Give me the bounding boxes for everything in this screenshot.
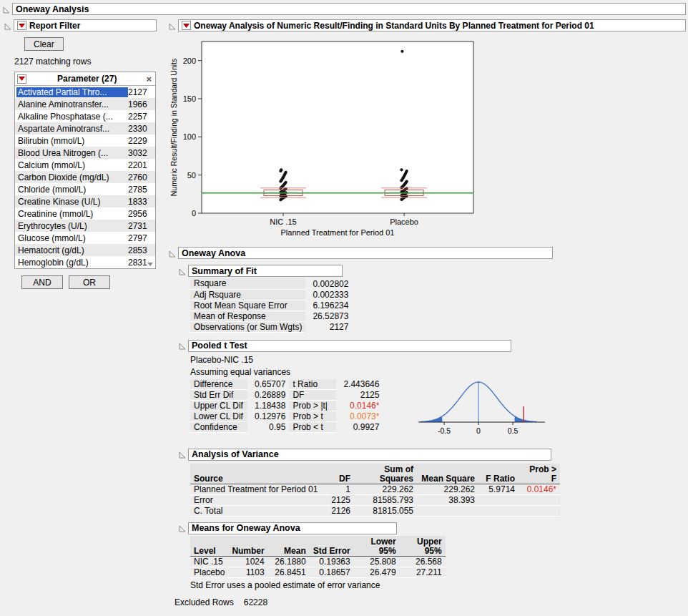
summary-of-fit-table: Rsquare0.002802 Adj Rsquare0.002333 Root… — [190, 278, 352, 333]
excluded-rows-label: Excluded Rows — [175, 597, 234, 607]
list-item[interactable]: Hematocrit (g/dL)2853 — [15, 244, 155, 256]
parameter-list-items: Activated Partial Thro...2127 Alanine Am… — [15, 86, 155, 268]
list-item-count: 2760 — [128, 172, 154, 182]
cell: 38.393 — [417, 494, 478, 505]
cell: 81585.793 — [354, 494, 417, 505]
stat-label: Lower CL Dif — [190, 411, 247, 422]
list-item[interactable]: Bilirubin (mmol/L)2229 — [15, 135, 155, 147]
list-item[interactable]: Activated Partial Thro...2127 — [15, 86, 155, 98]
cell: 27.211 — [400, 567, 446, 577]
cell: 26.8451 — [268, 567, 310, 577]
oneway-scatter-plot[interactable]: 050100150200Numeric Result/Finding in St… — [169, 34, 483, 243]
red-triangle-menu-icon[interactable] — [17, 74, 26, 84]
stat-label: Upper CL Dif — [190, 401, 247, 411]
scrollbar-down-arrow-icon[interactable] — [147, 263, 153, 266]
disclosure-triangle-icon[interactable] — [4, 22, 11, 29]
summary-of-fit-title-box: Summary of Fit — [188, 265, 343, 277]
disclosure-triangle-icon[interactable] — [179, 268, 186, 275]
oneway-analysis-title: Oneway Analysis of Numeric Result/Findin… — [194, 21, 594, 31]
stat-value: 26.52873 — [305, 311, 352, 321]
table-row: Rsquare0.002802 — [190, 278, 352, 289]
table-row: Lower CL Dif0.12976 Prob > t0.0073* — [190, 411, 383, 422]
stat-label: t Ratio — [289, 379, 336, 390]
stat-label: Observations (or Sum Wgts) — [190, 321, 305, 332]
cell-significant: 0.0146* — [519, 484, 560, 494]
disclosure-triangle-icon[interactable] — [179, 342, 186, 349]
column-header: Source — [190, 464, 323, 484]
clear-button[interactable]: Clear — [24, 37, 64, 51]
parameter-filter-list: Parameter (27) × Activated Partial Thro.… — [14, 72, 156, 269]
list-item[interactable]: Blood Urea Nitrogen (...3032 — [15, 147, 155, 159]
t-distribution-plot[interactable]: -0.500.5 — [416, 373, 548, 441]
stat-value: 0.12976 — [247, 411, 289, 422]
table-row: Mean of Response26.52873 — [190, 311, 352, 321]
close-icon[interactable]: × — [144, 74, 153, 84]
list-item[interactable]: Glucose (mmol/L)2797 — [15, 232, 155, 244]
list-item[interactable]: Alkaline Phosphatase (...2257 — [15, 110, 155, 122]
table-row: Observations (or Sum Wgts)2127 — [190, 321, 352, 332]
table-row: Confidence0.95 Prob < t0.9927 — [190, 422, 383, 433]
svg-text:200: 200 — [183, 57, 196, 65]
list-item-count: 2201 — [128, 160, 154, 170]
list-item-count: 2785 — [128, 185, 154, 195]
column-header: Sum of Squares — [354, 464, 417, 484]
list-item-count: 2229 — [128, 136, 154, 146]
report-filter-title-box: Report Filter — [14, 19, 157, 31]
or-button[interactable]: OR — [69, 275, 110, 289]
list-item-label: Blood Urea Nitrogen (... — [16, 148, 128, 158]
list-item-count: 2797 — [128, 233, 154, 243]
analysis-of-variance-title: Analysis of Variance — [192, 449, 279, 459]
svg-text:100: 100 — [183, 132, 196, 141]
list-item-label: Creatine Kinase (U/L) — [16, 197, 128, 207]
list-item[interactable]: Carbon Dioxide (mg/dL)2760 — [15, 171, 155, 183]
report-title-box: Oneway Analysis — [12, 3, 686, 15]
disclosure-triangle-icon[interactable] — [3, 6, 10, 13]
list-item[interactable]: Chloride (mmol/L)2785 — [15, 183, 155, 195]
list-item-label: Hematocrit (g/dL) — [16, 245, 128, 255]
cell: 1103 — [228, 567, 267, 577]
matching-rows-text: 2127 matching rows — [14, 57, 166, 67]
column-header: Level — [190, 536, 228, 557]
cell: 0.18657 — [310, 567, 354, 577]
list-item[interactable]: Erythrocytes (U/L)2731 — [15, 220, 155, 232]
cell: 81815.055 — [354, 505, 417, 516]
list-item[interactable]: Hemoglobin (g/dL)2831 — [15, 256, 155, 268]
red-triangle-menu-icon[interactable] — [182, 21, 191, 30]
table-row: Std Err Dif0.26889 DF2125 — [190, 390, 383, 401]
list-item[interactable]: Alanine Aminotransfer...1966 — [15, 98, 155, 110]
oneway-title-box: Oneway Analysis of Numeric Result/Findin… — [178, 19, 686, 31]
column-header: Prob > F — [519, 464, 560, 484]
cell: Planned Treatment for Period 01 — [190, 484, 323, 494]
stat-value: 0.26889 — [247, 390, 289, 401]
stat-label: Rsquare — [190, 278, 305, 289]
disclosure-triangle-icon[interactable] — [179, 451, 186, 458]
stat-label: Mean of Response — [190, 311, 305, 321]
list-item[interactable]: Creatinine (mmol/L)2956 — [15, 207, 155, 220]
and-button[interactable]: AND — [21, 275, 63, 289]
list-item-count: 2956 — [128, 209, 154, 219]
column-header: Std Error — [310, 536, 354, 557]
cell: 2126 — [323, 505, 354, 516]
svg-text:0: 0 — [192, 209, 196, 217]
disclosure-triangle-icon[interactable] — [179, 524, 186, 532]
column-header: Number — [228, 536, 267, 557]
red-triangle-menu-icon[interactable] — [17, 21, 26, 30]
disclosure-triangle-icon[interactable] — [169, 250, 176, 257]
page-title: Oneway Analysis — [16, 4, 89, 14]
list-item[interactable]: Calcium (mmol/L)2201 — [15, 159, 155, 171]
list-item[interactable]: Creatine Kinase (U/L)1833 — [15, 195, 155, 207]
svg-text:Placebo: Placebo — [390, 217, 418, 226]
list-item-count: 2330 — [128, 124, 154, 134]
anova-table: Source DF Sum of Squares Mean Square F R… — [190, 464, 560, 517]
cell — [478, 494, 519, 505]
cell: 229.262 — [417, 484, 478, 494]
table-row: Root Mean Square Error6.196234 — [190, 300, 352, 311]
stat-value-significant: 0.0073* — [336, 411, 383, 422]
disclosure-triangle-icon[interactable] — [169, 22, 176, 29]
list-item[interactable]: Aspartate Aminotransf...2330 — [15, 122, 155, 135]
cell — [417, 505, 478, 516]
column-header: Lower 95% — [354, 536, 400, 557]
stat-label: Prob < t — [289, 422, 336, 433]
list-item-label: Erythrocytes (U/L) — [16, 221, 128, 231]
svg-text:150: 150 — [183, 94, 196, 103]
